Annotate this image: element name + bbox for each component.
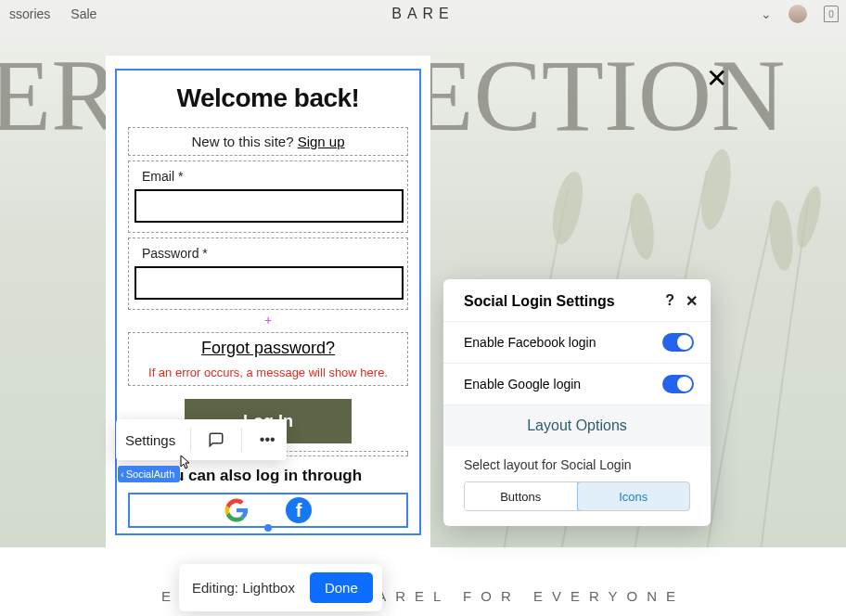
shopping-bag-icon[interactable]: 0 — [824, 6, 839, 22]
top-nav: ssories Sale BARE ⌄ 0 — [0, 0, 846, 28]
element-context-menu: Settings ••• — [116, 419, 287, 460]
email-field-group[interactable]: Email * — [128, 160, 408, 233]
tagline: EVERYDAY APPAREL FOR EVERYONE — [0, 588, 846, 604]
modal-title: Welcome back! — [126, 80, 410, 122]
password-field-group[interactable]: Password * — [128, 237, 408, 310]
signup-prompt-row[interactable]: New to this site? Sign up — [128, 127, 408, 156]
forgot-row[interactable]: Forgot password? If an error occurs, a m… — [128, 332, 408, 386]
brand-logo[interactable]: BARE — [391, 6, 455, 22]
panel-close-icon[interactable]: ✕ — [686, 292, 698, 310]
panel-title: Social Login Settings — [464, 293, 615, 310]
divider — [190, 428, 191, 452]
editing-status-bar: Editing: Lightbox Done — [179, 564, 382, 611]
nav-link-sale[interactable]: Sale — [70, 6, 96, 21]
chevron-down-icon[interactable]: ⌄ — [761, 6, 772, 21]
nav-link-accessories[interactable]: ssories — [9, 6, 50, 21]
social-auth-element[interactable]: f — [128, 493, 408, 528]
bag-count: 0 — [828, 9, 834, 19]
done-button[interactable]: Done — [310, 572, 373, 603]
editing-label: Editing: Lightbox — [192, 580, 295, 596]
forgot-password-link[interactable]: Forgot password? — [135, 339, 402, 358]
element-type-label: SocialAuth — [126, 468, 175, 480]
cursor-pointer-icon — [178, 455, 193, 474]
layout-subheader: Select layout for Social Login — [443, 446, 711, 478]
element-type-tag[interactable]: ‹SocialAuth — [118, 466, 180, 482]
more-icon[interactable]: ••• — [257, 430, 277, 450]
facebook-toggle-label: Enable Facebook login — [464, 335, 596, 350]
password-label: Password * — [142, 246, 402, 261]
google-toggle-label: Enable Google login — [464, 377, 581, 391]
comment-icon[interactable] — [206, 430, 226, 450]
add-element-icon[interactable]: + — [126, 313, 410, 327]
signup-link[interactable]: Sign up — [298, 134, 345, 149]
settings-button[interactable]: Settings — [125, 432, 175, 448]
password-input[interactable] — [135, 266, 404, 300]
social-login-settings-panel: Social Login Settings ? ✕ Enable Faceboo… — [443, 279, 711, 526]
email-label: Email * — [142, 169, 402, 184]
help-icon[interactable]: ? — [665, 292, 674, 310]
signup-prompt-text: New to this site? — [191, 134, 297, 149]
email-input[interactable] — [135, 189, 404, 223]
avatar[interactable] — [788, 5, 807, 23]
close-icon[interactable]: ✕ — [706, 63, 727, 94]
error-message-placeholder: If an error occurs, a message will show … — [135, 366, 402, 379]
divider — [241, 428, 242, 452]
google-toggle[interactable] — [662, 375, 694, 393]
layout-option-icons[interactable]: Icons — [577, 481, 691, 511]
background-white-strip — [0, 547, 846, 616]
facebook-icon[interactable]: f — [286, 497, 312, 523]
chevron-left-icon: ‹ — [121, 468, 124, 480]
layout-options-header: Layout Options — [443, 404, 711, 446]
layout-segmented-control: Buttons Icons — [464, 481, 690, 511]
layout-option-buttons[interactable]: Buttons — [465, 482, 578, 510]
google-icon[interactable] — [224, 498, 249, 522]
facebook-toggle[interactable] — [662, 333, 694, 352]
